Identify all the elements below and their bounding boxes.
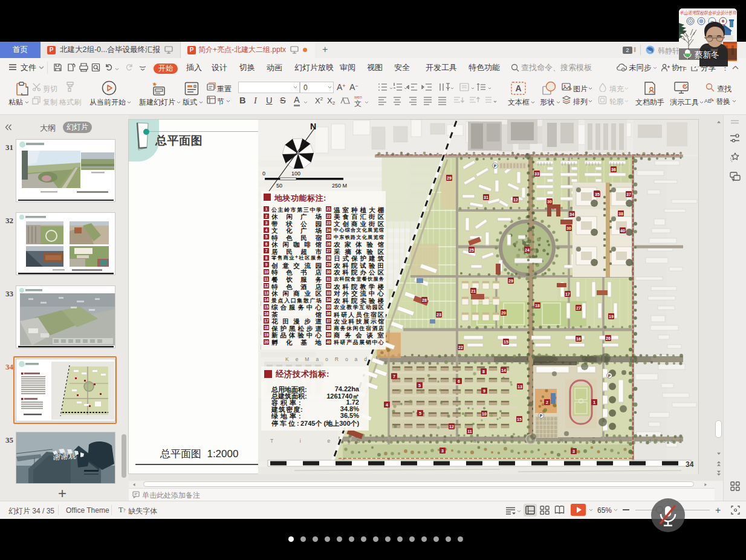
svg-text:100: 100 [291,171,300,177]
svg-text:29: 29 [508,279,513,283]
svg-text:12: 12 [449,425,454,429]
svg-text:12: 12 [513,198,518,202]
svg-text:13: 13 [517,385,522,389]
svg-text:25: 25 [469,248,474,252]
svg-text:15: 15 [504,340,508,344]
svg-text:34: 34 [686,460,694,469]
svg-text:3: 3 [441,449,444,453]
svg-text:1: 1 [593,400,595,405]
svg-text:3: 3 [572,449,575,454]
svg-text:37: 37 [626,192,631,197]
svg-text:27: 27 [576,306,581,310]
svg-text:30: 30 [566,226,571,230]
svg-text:15: 15 [517,417,522,422]
svg-text:30: 30 [547,200,552,204]
svg-text:24: 24 [525,248,530,252]
svg-text:35: 35 [595,192,600,197]
svg-text:4: 4 [386,403,388,407]
svg-text:半山港湾院校联合毕业设计答辩: 半山港湾院校联合毕业设计答辩 [680,10,737,16]
svg-text:P: P [608,374,611,378]
svg-text:40: 40 [620,229,625,233]
svg-text:38: 38 [618,212,623,216]
svg-text:17: 17 [565,292,570,296]
svg-text:7: 7 [393,374,395,379]
svg-text:250 M: 250 M [332,183,347,189]
svg-text:16: 16 [576,337,581,341]
svg-text:19: 19 [609,314,614,319]
svg-text:28: 28 [422,298,427,302]
svg-text:P: P [494,164,497,168]
svg-text:31: 31 [484,195,488,200]
svg-text:K e M a o R o a: K e M a o R o a d [285,356,367,362]
svg-text:N: N [310,122,316,131]
svg-text:26: 26 [606,336,611,340]
svg-text:2: 2 [546,400,548,405]
svg-text:6: 6 [458,379,460,383]
svg-text:11: 11 [467,429,472,434]
svg-text:蔡新冬: 蔡新冬 [695,50,719,59]
svg-text:29: 29 [447,176,452,180]
svg-text:8: 8 [482,370,485,374]
svg-text:5: 5 [418,383,421,388]
svg-text:33: 33 [534,172,539,176]
svg-text:P: P [540,414,543,418]
svg-text:34: 34 [569,212,574,217]
svg-text:36: 36 [611,168,616,172]
svg-text:0: 0 [262,171,265,177]
svg-text:23: 23 [436,313,441,317]
svg-text:A: A [515,83,521,93]
svg-text:9: 9 [483,389,485,393]
svg-text:18: 18 [535,304,540,308]
svg-text:22: 22 [458,345,463,350]
svg-text:14: 14 [501,368,506,373]
svg-text:50: 50 [276,183,282,189]
svg-text:21: 21 [471,289,476,293]
svg-text:20: 20 [501,311,506,315]
svg-text:5: 5 [419,411,421,415]
svg-text:10: 10 [482,412,487,416]
